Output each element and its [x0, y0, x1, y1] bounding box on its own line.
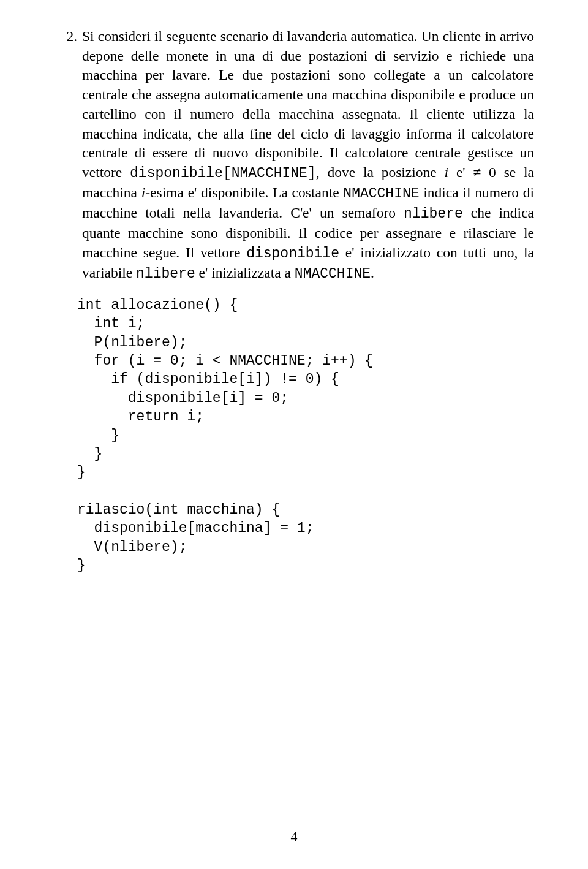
list-item: 2. Si consideri il seguente scenario di … [54, 27, 534, 284]
code-block: int allocazione() { int i; P(nlibere); f… [77, 296, 534, 575]
text: e' inizializzata a [195, 265, 295, 281]
inline-code: disponibile[NMACCHINE] [130, 165, 316, 181]
text: -esima e' disponibile. La costante [145, 184, 343, 200]
page: 2. Si consideri il seguente scenario di … [0, 0, 588, 869]
inline-code: NMACCHINE [295, 266, 371, 282]
text: , dove la posizione [316, 164, 445, 180]
item-number: 2. [54, 27, 82, 47]
inline-code: NMACCHINE [343, 186, 419, 202]
text: 0 [481, 164, 496, 180]
page-number: 4 [0, 829, 588, 844]
text: . [371, 265, 374, 281]
inline-code: nlibere [404, 206, 463, 222]
neq-symbol: ≠ [473, 164, 481, 180]
item-body: Si consideri il seguente scenario di lav… [82, 27, 534, 284]
inline-code: nlibere [136, 266, 195, 282]
text: Si consideri il seguente scenario di lav… [82, 28, 534, 180]
inline-code: disponibile [246, 246, 339, 262]
text: e' [448, 164, 473, 180]
